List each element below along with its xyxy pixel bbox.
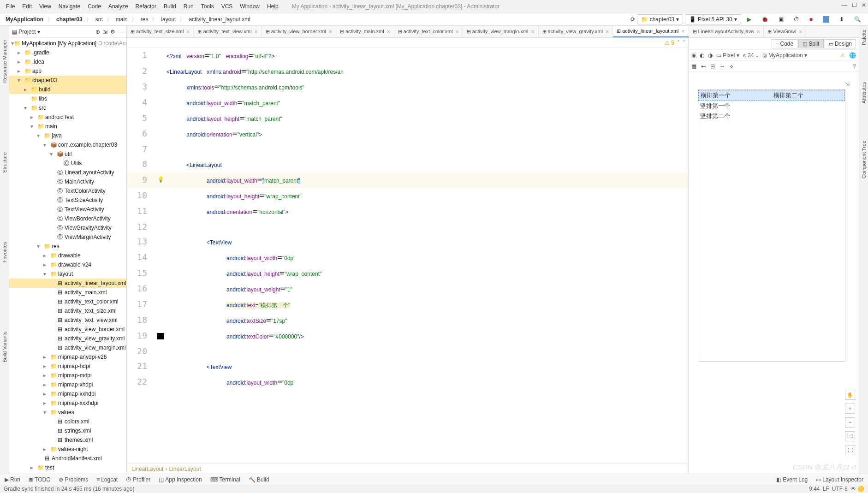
bottom-todo[interactable]: ≣ TODO	[27, 475, 52, 484]
bottom-run[interactable]: ▶ Run	[3, 475, 22, 484]
crumb-file[interactable]: activity_linear_layout.xml	[186, 15, 253, 24]
tree-row[interactable]: ▾📁values	[9, 408, 126, 417]
tree-row[interactable]: ▸📁mipmap-xxhdpi	[9, 389, 126, 398]
tree-row[interactable]: ⊞strings.xml	[9, 426, 126, 435]
crumb-main[interactable]: main	[113, 15, 131, 24]
close-tab-icon[interactable]: ×	[606, 29, 609, 35]
close-tab-icon[interactable]: ×	[456, 29, 459, 35]
menu-code[interactable]: Code	[84, 2, 104, 11]
tree-row[interactable]: ▸📁values-night	[9, 445, 126, 454]
editor-tab[interactable]: ⊞ activity_text_view.xml ×	[194, 26, 262, 37]
tree-row[interactable]: ⒸTextViewActivity	[9, 205, 126, 214]
mode-design-button[interactable]: ▭ Design	[825, 39, 856, 48]
tree-row[interactable]: ▸📁.idea	[9, 57, 126, 66]
tree-row[interactable]: ⒸViewGravityActivity	[9, 223, 126, 232]
profile-button[interactable]: ⏱	[790, 14, 803, 24]
tree-row[interactable]: ▾📁MyApplication [My Application]D:\code\…	[9, 39, 126, 48]
code-crumb-1[interactable]: LinearLayout	[131, 466, 163, 472]
tree-row[interactable]: ▾📁main	[9, 122, 126, 131]
menu-build[interactable]: Build	[161, 2, 179, 11]
editor-tab[interactable]: ⊞ LinearLayoutActivity.java ×	[689, 26, 764, 37]
bottom-event-log[interactable]: ◧ Event Log	[774, 475, 809, 484]
dock-favorites[interactable]: Favorites	[2, 242, 7, 262]
tree-row[interactable]: ▸📁drawable-v24	[9, 260, 126, 269]
editor-tab[interactable]: ⊞ activity_linear_layout.xml ×	[613, 26, 689, 37]
bottom-build[interactable]: 🔨 Build	[247, 475, 271, 484]
warnings-badge[interactable]: ⚠ 5	[665, 40, 674, 46]
tree-row[interactable]: ▾📦util	[9, 149, 126, 159]
dock-structure[interactable]: Structure	[2, 152, 7, 173]
tree-row[interactable]: ▾📁java	[9, 131, 126, 140]
menu-file[interactable]: File	[3, 2, 18, 11]
project-tree[interactable]: ▾📁MyApplication [My Application]D:\code\…	[9, 38, 126, 474]
stop-button[interactable]: ■	[805, 14, 817, 24]
tree-row[interactable]: ⒸTextSizeActivity	[9, 196, 126, 205]
bottom-problems[interactable]: ⊘ Problems	[57, 475, 90, 484]
editor-tab[interactable]: ⊞ activity_text_size.xml ×	[127, 26, 194, 37]
tree-row[interactable]: ⊞activity_linear_layout.xml	[9, 279, 126, 288]
tree-row[interactable]: ▾📁src	[9, 103, 126, 113]
collapse-icon[interactable]: ⇲	[103, 29, 107, 35]
close-tab-icon[interactable]: ×	[387, 29, 390, 35]
crumb-module[interactable]: chapter03	[54, 15, 85, 24]
zoom-in-button[interactable]: +	[845, 404, 855, 414]
editor-tab[interactable]: ⊞ activity_text_color.xml ×	[394, 26, 463, 37]
tree-row[interactable]: ⊞activity_text_view.xml	[9, 315, 126, 325]
close-tab-icon[interactable]: ×	[329, 29, 332, 35]
dock-component-tree[interactable]: Component Tree	[861, 141, 867, 178]
design-warn-icon[interactable]: ⚠	[840, 52, 845, 59]
close-tab-icon[interactable]: ×	[682, 28, 685, 35]
tree-row[interactable]: ▸📁app	[9, 66, 126, 76]
tree-row[interactable]: ⒸUtils	[9, 159, 126, 168]
bottom-profiler[interactable]: ⏱ Profiler	[124, 475, 152, 484]
mode-code-button[interactable]: ≡ Code	[772, 39, 797, 48]
crumb-src[interactable]: src	[93, 15, 106, 24]
locale-icon[interactable]: 🌐	[849, 52, 856, 59]
blueprint-icon[interactable]: ▦	[691, 63, 696, 70]
tree-row[interactable]: ⒸViewBorderActivity	[9, 214, 126, 223]
sdk-button[interactable]: ⬇	[835, 14, 848, 24]
tree-row[interactable]: ▸📁drawable	[9, 251, 126, 260]
tree-row[interactable]: ⒸViewMarginActivity	[9, 232, 126, 242]
zoom-out-button[interactable]: −	[845, 417, 855, 428]
baseline-icon[interactable]: ↔	[719, 63, 725, 70]
code-editor[interactable]: 1<?xml version="1.0" encoding="utf-8"?>2…	[127, 48, 688, 463]
tree-row[interactable]: ▾📁chapter03	[9, 76, 126, 85]
bottom-terminal[interactable]: ⌨ Terminal	[208, 475, 242, 484]
editor-tab[interactable]: ⊞ activity_view_margin.xml ×	[463, 26, 539, 37]
mode-split-button[interactable]: ◫ Split	[798, 39, 823, 48]
pan-icon[interactable]: ✋	[845, 390, 855, 400]
code-crumb-2[interactable]: LinearLayout	[169, 466, 201, 472]
avd-button[interactable]	[819, 14, 833, 24]
project-scope[interactable]: ▤ Project ▾	[12, 29, 40, 35]
close-tab-icon[interactable]: ×	[531, 29, 534, 35]
bottom-app-inspection[interactable]: ◫ App Inspection	[157, 475, 203, 484]
sync-icon[interactable]: ⟳	[630, 16, 635, 23]
close-tab-icon[interactable]: ×	[756, 29, 760, 35]
tree-row[interactable]: ⊞AndroidManifest.xml	[9, 454, 126, 463]
gear-icon[interactable]: ⚙	[110, 29, 115, 35]
coverage-button[interactable]: ▣	[774, 14, 788, 24]
status-lf[interactable]: LF	[823, 486, 829, 492]
tree-row[interactable]: ▸📁build	[9, 85, 126, 94]
tree-row[interactable]: ⊞colors.xml	[9, 417, 126, 426]
menu-run[interactable]: Run	[180, 2, 197, 11]
tree-row[interactable]: ⊞activity_text_size.xml	[9, 306, 126, 315]
menu-vcs[interactable]: VCS	[218, 2, 236, 11]
tree-row[interactable]: ▸📁mipmap-xhdpi	[9, 380, 126, 389]
close-tab-icon[interactable]: ×	[799, 29, 802, 35]
crumb-project[interactable]: MyApplication	[3, 15, 46, 24]
bottom-layout-inspector[interactable]: ▭ Layout Inspector	[814, 475, 865, 484]
hide-icon[interactable]: —	[118, 29, 124, 35]
close-tab-icon[interactable]: ×	[186, 29, 190, 35]
zoom-reset-button[interactable]: 1:1	[845, 431, 855, 441]
run-button[interactable]: ▶	[743, 14, 755, 24]
search-icon[interactable]: 🔍	[850, 14, 865, 24]
api-select[interactable]: ⎋ 34 ▾	[743, 52, 759, 59]
close-icon[interactable]: ✕	[862, 2, 866, 8]
minimize-icon[interactable]: —	[842, 2, 847, 8]
tree-row[interactable]: ⒸTextColorActivity	[9, 186, 126, 196]
tree-row[interactable]: ⒸLinearLayoutActivity	[9, 168, 126, 177]
status-encoding[interactable]: UTF-8	[832, 486, 848, 492]
tree-row[interactable]: ▸📁mipmap-hdpi	[9, 362, 126, 371]
